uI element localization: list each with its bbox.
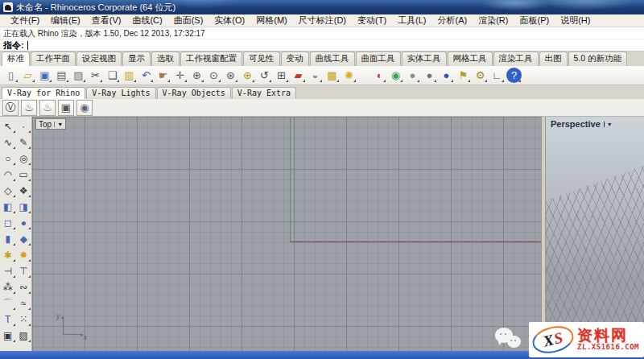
sidebar-tool-curve[interactable]: ∿ [0,134,16,151]
sidebar-tool-explode[interactable]: ✸ [16,247,32,263]
toolbar-icon-material-sphere-dark[interactable]: ● [422,68,437,83]
toolbar-icon-zoom-dynamic[interactable]: ⊙ [206,68,221,83]
toolbar-icon-new-file[interactable]: ▯ [3,68,19,83]
chevron-down-icon[interactable]: ▼ [54,122,63,127]
sidebar-tool-curve-boolean[interactable]: ⌒ [0,295,16,312]
menu-transform[interactable]: 变动(T) [352,14,392,27]
sidebar-tool-solid-edit[interactable]: ◆ [16,231,32,247]
vray-tab-vray-objects[interactable]: V-Ray Objects [157,87,231,99]
sidebar-tool-box[interactable]: ◻ [0,215,16,231]
sidebar-tool-circle[interactable]: ○ [0,151,16,167]
sidebar-tool-fillet[interactable]: ⁂ [0,279,16,295]
sidebar-tool-boolean-union[interactable]: ✱ [0,247,16,263]
vray-icon-render-teapot[interactable]: ♨ [21,100,37,116]
toolbar-icon-separator[interactable] [358,68,369,83]
sidebar-tool-point[interactable]: ∙ [16,118,32,134]
sidebar-tool-loft-surface[interactable]: ◧ [0,199,16,215]
viewport-perspective-title[interactable]: Perspective ▼ [551,119,613,129]
toolbar-icon-render-car[interactable]: ▰ [291,68,306,83]
sidebar-tool-point-edit[interactable]: ⁙ [16,312,32,328]
sidebar-tool-arc[interactable]: ◠ [0,167,16,183]
viewport-perspective[interactable]: Perspective ▼ [546,117,644,351]
toolbar-icon-script-editor[interactable]: ▩ [324,68,340,83]
menu-edit[interactable]: 编辑(E) [45,14,86,27]
toolbar-icon-material-editor[interactable]: ◉ [388,68,403,83]
toolbar-tab-curve-tools[interactable]: 曲线工具 [310,52,355,66]
toolbar-icon-pan[interactable]: ☛ [155,68,171,83]
toolbar-icon-undo[interactable]: ↶ [138,68,154,83]
toolbar-icon-zoom-selected[interactable]: ⊕ [240,68,255,83]
toolbar-icon-paste[interactable]: ▥ [122,68,137,83]
command-prompt[interactable]: 指令: [0,39,644,52]
toolbar-tab-drafting[interactable]: 出图 [539,52,568,66]
toolbar-tab-viewport-config[interactable]: 工作视窗配置 [180,52,242,66]
vray-tab-vray-extra[interactable]: V-Ray Extra [232,87,296,99]
toolbar-icon-cut[interactable]: ✂ [88,68,103,83]
sidebar-tool-cylinder[interactable]: ▮ [0,231,16,247]
sidebar-tool-surface-patch[interactable]: ◨ [16,199,32,215]
sidebar-tool-rebuild[interactable]: ≈ [16,295,32,312]
toolbar-icon-move[interactable]: ✛ [172,68,188,83]
toolbar-tab-render-tools[interactable]: 渲染工具 [493,52,539,66]
toolbar-tab-mesh-tools[interactable]: 网格工具 [448,52,493,66]
sidebar-tool-join[interactable]: ⊣ [0,263,16,279]
sidebar-tool-select[interactable]: ↖ [0,118,16,134]
sidebar-tool-text[interactable]: T [0,312,16,328]
toolbar-icon-copy[interactable]: ❏ [105,68,120,83]
viewport-top-title[interactable]: Top ▼ [35,118,66,130]
menu-solid[interactable]: 实体(O) [208,14,250,27]
menu-help[interactable]: 说明(H) [555,14,596,27]
sidebar-tool-blend[interactable]: ∾ [16,279,32,295]
sidebar-tool-curve-from-object[interactable]: ❖ [16,183,32,199]
sidebar-tool-ellipse[interactable]: ◎ [16,151,32,167]
vray-tab-vray-lights[interactable]: V-Ray Lights [86,87,155,99]
title-bar[interactable]: 未命名 - Rhinoceros Corporate (64 位元) [0,0,644,14]
toolbar-icon-undo-view[interactable]: ↺ [257,68,272,83]
toolbar-tab-set-view[interactable]: 设定视图 [76,52,122,66]
vray-icon-vray-logo[interactable]: Ⓥ [2,100,19,116]
chevron-down-icon[interactable]: ▼ [604,122,613,127]
toolbar-tab-surface-tools[interactable]: 曲面工具 [356,52,401,66]
menu-panels[interactable]: 面板(P) [514,14,555,27]
toolbar-tab-standard[interactable]: 标准 [2,52,30,66]
menu-surface[interactable]: 曲面(S) [168,14,209,27]
menu-dimension[interactable]: 尺寸标注(D) [293,14,352,27]
toolbar-icon-print[interactable]: ▤ [54,68,69,83]
viewport-top[interactable]: Top ▼ y x [32,117,541,351]
sidebar-tool-rectangle[interactable]: ▭ [16,167,32,183]
toolbar-icon-open-file[interactable]: ▱ [20,68,35,83]
menu-file[interactable]: 文件(F) [5,14,45,27]
vray-icon-export-proxy-teapot[interactable]: ♨ [39,100,56,116]
toolbar-tab-transform[interactable]: 变动 [281,52,309,66]
sidebar-tool-sphere[interactable]: ● [16,215,32,231]
vray-icon-material-editor[interactable]: ◉ [76,100,93,116]
vray-tab-vray-for-rhino[interactable]: V-Ray for Rhino [2,87,85,99]
sidebar-tool-block[interactable]: ▣ [0,328,16,344]
sidebar-tool-polygon[interactable]: ◇ [0,183,16,199]
toolbar-tab-solid-tools[interactable]: 实体工具 [402,52,447,66]
toolbar-icon-zoom-extents[interactable]: ⊛ [223,68,238,83]
toolbar-icon-help[interactable]: ? [506,68,522,83]
toolbar-icon-selection-filter[interactable]: ⚑ [456,68,471,83]
menu-view[interactable]: 查看(V) [86,14,127,27]
toolbar-icon-options-gear[interactable]: ⚙ [473,68,488,83]
toolbar-tab-display[interactable]: 显示 [122,52,151,66]
toolbar-icon-lock-objects[interactable]: ◒ [308,68,323,83]
toolbar-icon-cplane-axis[interactable]: ∟ [489,68,505,83]
menu-render[interactable]: 渲染(R) [473,14,514,27]
menu-tools[interactable]: 工具(L) [392,14,431,27]
toolbar-tab-new-in-v5[interactable]: 5.0 的新功能 [568,52,628,66]
menu-analyze[interactable]: 分析(A) [432,14,473,27]
vray-icon-frame-buffer[interactable]: ▣ [58,100,74,116]
toolbar-icon-viewport-layout[interactable]: ⊞ [274,68,289,83]
toolbar-tab-select[interactable]: 选取 [151,52,180,66]
toolbar-icon-render-preview[interactable]: ◖ [371,68,386,83]
menu-curve[interactable]: 曲线(C) [126,14,167,27]
toolbar-icon-export-file[interactable]: ▨ [71,68,86,83]
sidebar-tool-trim[interactable]: ⊤ [16,263,32,279]
menu-mesh[interactable]: 网格(M) [250,14,293,27]
toolbar-icon-zoom-in[interactable]: ⊕ [189,68,204,83]
toolbar-icon-material-sphere-blue[interactable]: ● [439,68,454,83]
sidebar-tool-curve-edit[interactable]: ✎ [16,134,32,151]
toolbar-icon-material-sphere-grey[interactable]: ● [405,68,420,83]
